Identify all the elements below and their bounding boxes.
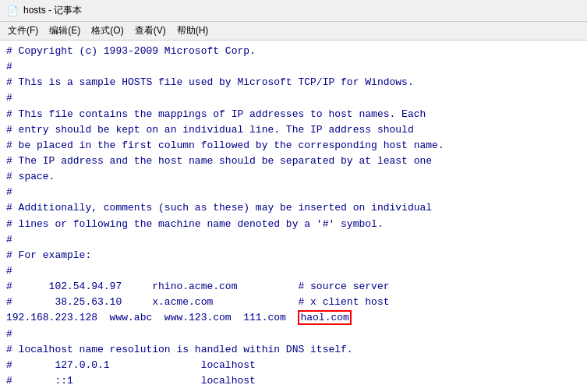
line-20: # localhost name resolution is handled w…: [6, 342, 581, 358]
line-14: # For example:: [6, 248, 581, 263]
menu-help[interactable]: 帮助(H): [172, 23, 214, 39]
line-22: # ::1 localhost: [6, 373, 581, 389]
menu-edit[interactable]: 编辑(E): [44, 23, 85, 39]
line-8: # The IP address and the host name shoul…: [6, 154, 581, 169]
menu-view[interactable]: 查看(V): [130, 23, 171, 39]
line-3: # This is a sample HOSTS file used by Mi…: [6, 75, 581, 90]
line-12: # lines or following the machine name de…: [6, 217, 581, 232]
line-18: 192.168.223.128 www.abc www.123.com 111.…: [6, 310, 581, 326]
menu-file[interactable]: 文件(F): [3, 23, 43, 39]
window-title: hosts - 记事本: [23, 4, 82, 17]
line-13: #: [6, 232, 581, 248]
line-4: #: [6, 90, 581, 106]
line-19: #: [6, 327, 581, 342]
line-9: # space.: [6, 169, 581, 185]
app-icon: 📄: [6, 5, 19, 17]
line-21: # 127.0.0.1 localhost: [6, 358, 581, 373]
line-11: # Additionally, comments (such as these)…: [6, 200, 581, 216]
menu-format[interactable]: 格式(O): [87, 23, 128, 39]
line-1: # Copyright (c) 1993-2009 Microsoft Corp…: [6, 44, 581, 59]
text-content[interactable]: # Copyright (c) 1993-2009 Microsoft Corp…: [0, 41, 587, 392]
line-16: # 102.54.94.97 rhino.acme.com # source s…: [6, 279, 581, 295]
highlighted-host: haol.com: [298, 310, 351, 325]
line-6: # entry should be kept on an individual …: [6, 122, 581, 138]
menu-bar: 文件(F) 编辑(E) 格式(O) 查看(V) 帮助(H): [0, 22, 587, 41]
line-15: #: [6, 263, 581, 279]
title-bar: 📄 hosts - 记事本: [0, 0, 587, 22]
line-10: #: [6, 185, 581, 200]
line-5: # This file contains the mappings of IP …: [6, 107, 581, 122]
line-7: # be placed in the first column followed…: [6, 138, 581, 154]
line-2: #: [6, 59, 581, 75]
line-17: # 38.25.63.10 x.acme.com # x client host: [6, 295, 581, 310]
